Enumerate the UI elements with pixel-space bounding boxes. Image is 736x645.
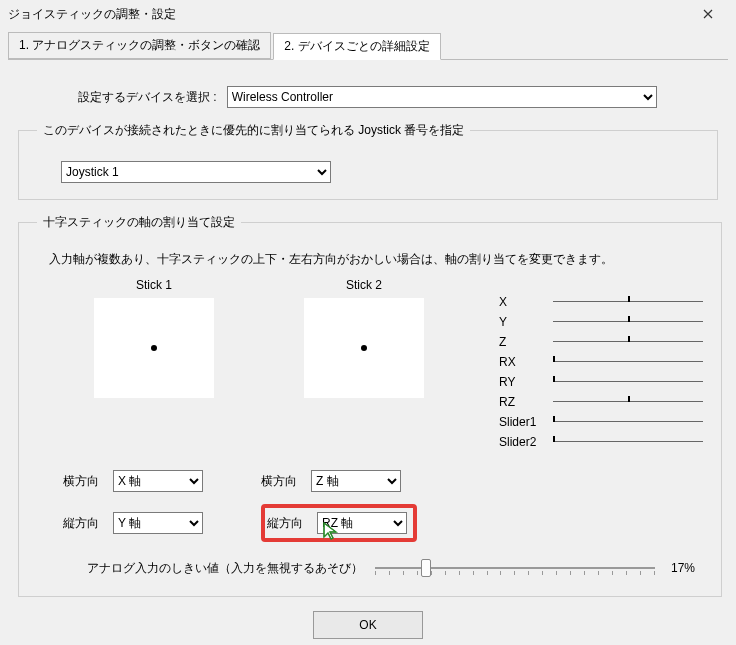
axis-label: RY [499,375,553,389]
axis-row-slider1: Slider1 [499,412,703,432]
close-button[interactable] [688,0,728,28]
device-select-row: 設定するデバイスを選択 : Wireless Controller [78,86,718,108]
stick1-horiz-pair: 横方向 X 軸 [63,470,203,492]
axis-slider [553,376,703,388]
axis-slider [553,316,703,328]
stick2-label: Stick 2 [259,278,469,292]
axis-label: Y [499,315,553,329]
axis-label: X [499,295,553,309]
axis-slider [553,416,703,428]
axis-slider [553,396,703,408]
window-title: ジョイスティックの調整・設定 [8,6,688,23]
axis-slider [553,336,703,348]
stick2-vert-select[interactable]: RZ 軸 [317,512,407,534]
threshold-label: アナログ入力のしきい値（入力を無視するあそび） [87,560,363,577]
axis-slider [553,356,703,368]
device-select[interactable]: Wireless Controller [227,86,657,108]
stick2-horiz-pair: 横方向 Z 軸 [261,470,401,492]
tab-device-detail[interactable]: 2. デバイスごとの詳細設定 [273,33,440,60]
axis-slider [553,296,703,308]
threshold-ticks [375,571,655,575]
titlebar: ジョイスティックの調整・設定 [0,0,736,28]
axis-row-ry: RY [499,372,703,392]
stick1-horiz-select[interactable]: X 軸 [113,470,203,492]
axis-row-rz: RZ [499,392,703,412]
stick1-preview [94,298,214,398]
joystick-number-select[interactable]: Joystick 1 [61,161,331,183]
stick1-col: Stick 1 [49,278,259,408]
threshold-value: 17% [671,561,695,575]
stick1-horiz-label: 横方向 [63,473,113,490]
axis-row-y: Y [499,312,703,332]
stick1-vert-pair: 縦方向 Y 軸 [63,512,203,534]
joystick-number-legend: このデバイスが接続されたときに優先的に割り当てられる Joystick 番号を指… [37,122,470,139]
content: 設定するデバイスを選択 : Wireless Controller このデバイス… [0,60,736,623]
axis-label: RX [499,355,553,369]
axis-assignment-group: 十字スティックの軸の割り当て設定 入力軸が複数あり、十字スティックの上下・左右方… [18,214,722,597]
device-select-label: 設定するデバイスを選択 : [78,89,217,106]
close-icon [703,9,713,19]
stick2-vert-pair-highlight: 縦方向 RZ 軸 [261,504,417,542]
stick1-vert-label: 縦方向 [63,515,113,532]
axis-row-x: X [499,292,703,312]
threshold-row: アナログ入力のしきい値（入力を無視するあそび） 17% [87,556,703,580]
stick2-horiz-label: 横方向 [261,473,311,490]
axis-label: Slider1 [499,415,553,429]
axis-slider [553,436,703,448]
stick-axis-selects-row1: 横方向 X 軸 横方向 Z 軸 [41,470,703,492]
tabs: 1. アナログスティックの調整・ボタンの確認 2. デバイスごとの詳細設定 [0,28,736,59]
axis-assignment-legend: 十字スティックの軸の割り当て設定 [37,214,241,231]
tab-analog-adjust[interactable]: 1. アナログスティックの調整・ボタンの確認 [8,32,271,59]
sticks-row: Stick 1 Stick 2 XYZRXRYRZSlider1Slider2 [49,278,703,452]
axis-row-rx: RX [499,352,703,372]
stick1-dot [151,345,157,351]
axis-label: RZ [499,395,553,409]
ok-button[interactable]: OK [313,611,423,639]
stick-axis-selects-row2: 縦方向 Y 軸 縦方向 RZ 軸 [41,504,703,542]
stick2-preview [304,298,424,398]
stick1-vert-select[interactable]: Y 軸 [113,512,203,534]
axis-row-z: Z [499,332,703,352]
threshold-thumb[interactable] [421,559,431,577]
stick2-dot [361,345,367,351]
threshold-slider[interactable] [375,556,655,580]
axis-label: Z [499,335,553,349]
axis-row-slider2: Slider2 [499,432,703,452]
axis-label: Slider2 [499,435,553,449]
ok-row: OK [0,611,736,639]
axis-desc: 入力軸が複数あり、十字スティックの上下・左右方向がおかしい場合は、軸の割り当てを… [49,251,703,268]
stick2-horiz-select[interactable]: Z 軸 [311,470,401,492]
axis-list: XYZRXRYRZSlider1Slider2 [499,292,703,452]
joystick-number-group: このデバイスが接続されたときに優先的に割り当てられる Joystick 番号を指… [18,122,718,200]
stick1-label: Stick 1 [49,278,259,292]
stick2-vert-label: 縦方向 [267,515,317,532]
threshold-track [375,567,655,569]
stick2-col: Stick 2 [259,278,469,408]
